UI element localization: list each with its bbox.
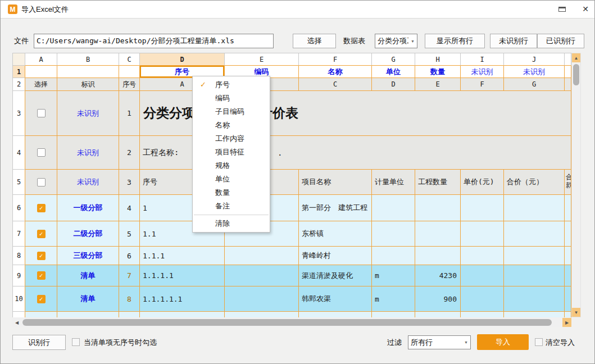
row-header-9[interactable]: 9 [13, 265, 25, 286]
cell-j7 [504, 221, 565, 247]
unrecognized-rows-button[interactable]: 未识别行 [490, 34, 537, 48]
menu-item-编码[interactable]: 编码 [193, 92, 270, 105]
mapping-cell-i[interactable]: 未识别 [461, 66, 504, 78]
grid-row: 11✓四级分部91.1.1.1.1.1土方工程 [13, 312, 571, 317]
column-header-E[interactable]: E [225, 53, 299, 66]
checkbox-cell[interactable]: ✓ [25, 247, 57, 265]
row-checkbox-unchecked[interactable] [37, 148, 46, 157]
column-header-G[interactable]: G [372, 53, 415, 66]
row-header-6[interactable]: 6 [13, 195, 25, 221]
cell-h8 [415, 247, 461, 265]
horizontal-scroll-thumb[interactable] [22, 319, 552, 326]
recognized-rows-button[interactable]: 已识别行 [537, 34, 584, 48]
row-checkbox-unchecked[interactable] [37, 178, 46, 186]
row-header-10[interactable]: 10 [13, 286, 25, 312]
checkbox-cell[interactable] [25, 136, 57, 170]
grid-row: 10✓清单81.1.1.1.1韩郢农渠m900 [13, 286, 571, 312]
vertical-scrollbar[interactable]: ▲ ▼ [571, 53, 581, 317]
menu-item-工作内容[interactable]: 工作内容 [193, 132, 270, 145]
row-checkbox-checked[interactable]: ✓ [37, 252, 46, 260]
restore-icon[interactable] [558, 7, 566, 12]
checkbox-cell[interactable] [25, 170, 57, 195]
menu-item-备注[interactable]: 备注 [193, 199, 270, 213]
checkbox-cell[interactable]: ✓ [25, 312, 57, 317]
checkbox-cell[interactable] [25, 91, 57, 136]
row-header-3[interactable]: 3 [13, 91, 25, 136]
row-tag-label: 三级分部 [57, 247, 119, 265]
cell-a1[interactable] [25, 66, 57, 78]
menu-item-序号[interactable]: ✓序号 [193, 78, 270, 92]
menu-item-规格[interactable]: 规格 [193, 159, 270, 172]
filter-select-value: 所有行 [408, 338, 462, 348]
row-seq-number: 8 [119, 286, 140, 312]
row-header-7[interactable]: 7 [13, 221, 25, 247]
row-header-2[interactable]: 2 [13, 78, 25, 91]
horizontal-scrollbar[interactable]: ◀ ▶ [12, 317, 571, 327]
source-col-cell: G [504, 78, 565, 91]
vertical-scroll-thumb[interactable] [573, 64, 579, 85]
column-header-C[interactable]: C [119, 53, 140, 66]
mapping-cell-j[interactable]: 未识别 [504, 66, 565, 78]
row-checkbox-checked[interactable]: ✓ [37, 204, 46, 212]
column-header-B[interactable]: B [57, 53, 119, 66]
file-path-input[interactable] [34, 34, 274, 48]
cell-g9: m [372, 265, 415, 286]
scroll-up-icon[interactable]: ▲ [572, 53, 580, 62]
menu-item-名称[interactable]: 名称 [193, 119, 270, 132]
menu-item-clear[interactable]: 清除 [193, 217, 270, 230]
filter-select[interactable]: 所有行 ▼ [408, 335, 471, 349]
clear-import-checkbox[interactable] [535, 338, 543, 346]
cell-b1[interactable] [57, 66, 119, 78]
checkbox-cell[interactable]: ✓ [25, 195, 57, 221]
scroll-down-icon[interactable]: ▼ [572, 308, 580, 317]
menu-item-项目特征[interactable]: 项目特征 [193, 145, 270, 159]
row-checkbox-checked[interactable]: ✓ [37, 230, 46, 238]
row-checkbox-checked[interactable]: ✓ [37, 295, 46, 303]
row-seq-number: 5 [119, 221, 140, 247]
close-icon[interactable]: ✕ [578, 1, 593, 18]
scroll-left-icon[interactable]: ◀ [12, 318, 21, 327]
cell-h5: 工程数量 [415, 170, 461, 195]
row-seq-number: 1 [119, 91, 140, 136]
row-header-8[interactable]: 8 [13, 247, 25, 265]
cell-j8 [504, 247, 565, 265]
row-header-11[interactable]: 11 [13, 312, 25, 317]
no-seq-checkbox[interactable] [72, 338, 80, 346]
grid-row: ABCDEFGHIJ [13, 53, 571, 66]
cell-h10: 900 [415, 286, 461, 312]
mapping-cell-f[interactable]: 名称 [299, 66, 372, 78]
checkbox-cell[interactable]: ✓ [25, 286, 57, 312]
import-button[interactable]: 导入 [477, 334, 529, 350]
checkbox-cell[interactable]: ✓ [25, 265, 57, 286]
menu-item-单位[interactable]: 单位 [193, 172, 270, 186]
row-header-5[interactable]: 5 [13, 170, 25, 195]
cell-i6 [461, 195, 504, 221]
column-header-F[interactable]: F [299, 53, 372, 66]
column-header-H[interactable]: H [415, 53, 461, 66]
checkbox-cell[interactable]: ✓ [25, 221, 57, 247]
cell-k8 [565, 247, 571, 265]
row-header-1[interactable]: 1 [13, 66, 25, 78]
show-all-rows-button[interactable]: 显示所有行 [425, 34, 485, 48]
menu-item-数量[interactable]: 数量 [193, 186, 270, 199]
row-checkbox-checked[interactable]: ✓ [37, 271, 46, 280]
project-name-dot: . [278, 148, 282, 157]
column-header-A[interactable]: A [25, 53, 57, 66]
mapping-cell-h[interactable]: 数量 [415, 66, 461, 78]
column-header-I[interactable]: I [461, 53, 504, 66]
sheet-select[interactable]: 分类分项工 ▼ [375, 34, 417, 48]
column-header-D[interactable]: D [140, 53, 225, 66]
scroll-right-icon[interactable]: ▶ [562, 318, 571, 327]
row-seq-number: 2 [119, 136, 140, 170]
select-file-button[interactable]: 选择 [293, 34, 336, 48]
row-checkbox-unchecked[interactable] [37, 109, 46, 117]
cell-i8 [461, 247, 504, 265]
cell-c1[interactable] [119, 66, 140, 78]
row-header-4[interactable]: 4 [13, 136, 25, 170]
recognize-rows-button[interactable]: 识别行 [12, 335, 66, 350]
column-header-J[interactable]: J [504, 53, 565, 66]
row-seq-number: 7 [119, 265, 140, 286]
menu-item-子目编码[interactable]: 子目编码 [193, 105, 270, 119]
mapping-cell-g[interactable]: 单位 [372, 66, 415, 78]
row-tag-label: 清单 [57, 265, 119, 286]
